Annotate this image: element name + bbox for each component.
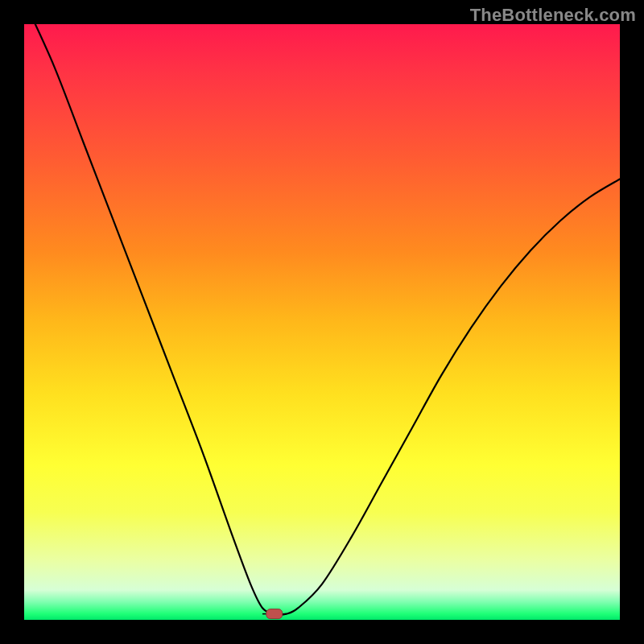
- watermark-text: TheBottleneck.com: [470, 5, 636, 26]
- minimum-marker: [266, 609, 283, 619]
- chart-stage: TheBottleneck.com: [0, 0, 644, 644]
- plot-area: [24, 24, 620, 620]
- curve-svg: [24, 24, 620, 620]
- bottleneck-curve: [24, 24, 620, 615]
